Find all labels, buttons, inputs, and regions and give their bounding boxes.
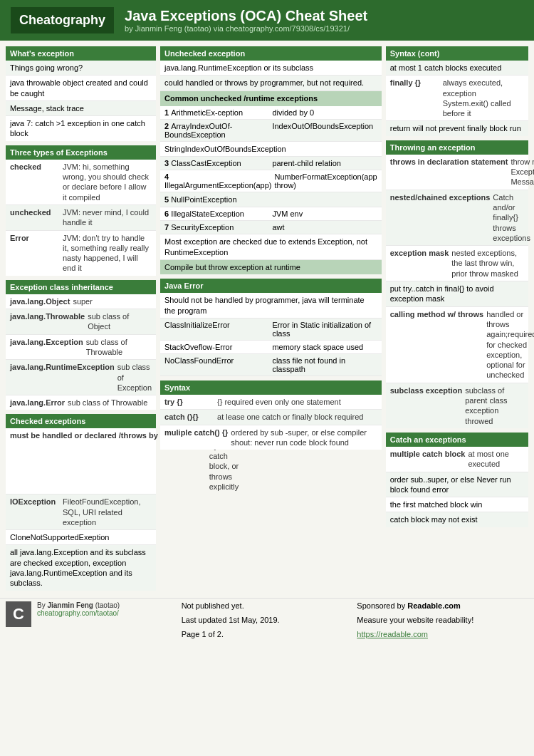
syntax-cont-content: at most 1 catch blocks executed finally … bbox=[386, 61, 528, 136]
list-item: muliple catch() {} ordered by sub -super… bbox=[160, 425, 382, 450]
three-types-content: checked JVM: hi, something wrong, you sh… bbox=[6, 160, 156, 276]
unchecked-content: java.lang.RuntimeException or its subcla… bbox=[160, 61, 382, 274]
list-item: exception mask nested exceptions, the la… bbox=[386, 246, 528, 281]
checked-content: must be handled or declared /throws by p… bbox=[6, 428, 156, 590]
logo-text: Cheatography bbox=[19, 13, 105, 27]
list-item: calling method w/ throws handled or thro… bbox=[386, 307, 528, 383]
list-item: finally {} always executed, exception Sy… bbox=[386, 76, 528, 121]
list-item: 6 IllegalStateExceptionJVM env bbox=[160, 207, 382, 221]
java-error-header: Java Error bbox=[160, 279, 382, 293]
list-item: could handled or throws by programmer, b… bbox=[160, 76, 382, 90]
footer-initial: C bbox=[6, 601, 31, 627]
list-item: 1 ArithmeticEx-ceptiondivided by 0 bbox=[160, 106, 382, 120]
list-item: 2 ArrayIndexOutOf-BoundsExceptionIndexOu… bbox=[160, 120, 382, 142]
list-item: 3 ClassCastExceptionparent-child relatio… bbox=[160, 157, 382, 170]
syntax-content: try {} {} required even only one stateme… bbox=[160, 395, 382, 450]
list-item: 7 SecurityExceptionawt bbox=[160, 221, 382, 234]
list-item: Common unchecked /runtime exceptions bbox=[160, 91, 382, 106]
list-item: java.lang.Error sub class of Throwable bbox=[6, 395, 156, 410]
list-item: unchecked JVM: never mind, I could handl… bbox=[6, 205, 156, 231]
list-item: java.lang.RuntimeException sub class of … bbox=[6, 360, 156, 395]
list-item: all java.lang.Exception and its subclass… bbox=[6, 545, 156, 590]
whats-exception-header: What's exception bbox=[6, 46, 156, 61]
footer-left: C By Jianmin Feng (taotao) cheatography.… bbox=[6, 601, 177, 638]
list-item: catch (){} at lease one catch or finally… bbox=[160, 410, 382, 425]
list-item: return will not prevent finally block ru… bbox=[386, 121, 528, 135]
checked-header: Checked exceptions bbox=[6, 414, 156, 428]
syntax-header: Syntax bbox=[160, 380, 382, 395]
list-item: java throwable object created and could … bbox=[6, 76, 156, 101]
catch-header: Catch an exceptions bbox=[386, 433, 528, 447]
footer-right: Sponsored by Readable.com Measure your w… bbox=[357, 601, 528, 638]
logo: Cheatography bbox=[11, 7, 114, 33]
list-item: java.lang.Exception sub class of Throwab… bbox=[6, 335, 156, 361]
readable-link[interactable]: https://readable.com bbox=[357, 630, 428, 638]
list-item: 4 IllegalArgumentException(app)NumberFor… bbox=[160, 170, 382, 192]
list-item: java.lang.RuntimeException or its subcla… bbox=[160, 61, 382, 76]
inheritance-content: java.lang.Object super java.lang.Throwab… bbox=[6, 294, 156, 410]
list-item: subclass exception subclass of parent cl… bbox=[386, 383, 528, 428]
list-item: put try..catch in final{} to avoid excep… bbox=[386, 281, 528, 307]
list-item: Compile but throw exception at runtime bbox=[160, 260, 382, 274]
list-item: IOException FileotFoundException, SQL, U… bbox=[6, 494, 156, 530]
list-item: java.lang.Object super bbox=[6, 294, 156, 309]
unchecked-header: Unchecked exception bbox=[160, 46, 382, 61]
list-item: Should not be handled by programmer, jav… bbox=[160, 293, 382, 319]
list-item: multiple catch block at most one execute… bbox=[386, 447, 528, 472]
list-item: must be handled or declared /throws by p… bbox=[6, 428, 156, 494]
throwing-header: Throwing an exception bbox=[386, 140, 528, 155]
list-item: StackOveflow-Error memory stack space us… bbox=[160, 341, 382, 354]
list-item: checked JVM: hi, something wrong, you sh… bbox=[6, 160, 156, 205]
subtitle: by Jianmin Feng (taotao) via cheatograph… bbox=[125, 24, 367, 33]
list-item: try {} {} required even only one stateme… bbox=[160, 395, 382, 410]
list-item: at most 1 catch blocks executed bbox=[386, 61, 528, 76]
list-item: catch block may not exist bbox=[386, 512, 528, 527]
list-item: 5 NullPointException bbox=[160, 192, 382, 207]
inheritance-header: Exception class inheritance bbox=[6, 280, 156, 294]
catch-content: multiple catch block at most one execute… bbox=[386, 447, 528, 527]
column-1: What's exception Things going wrong? jav… bbox=[6, 46, 156, 591]
list-item: throws in declaration statement throw ne… bbox=[386, 155, 528, 190]
whats-exception-content: Things going wrong? java throwable objec… bbox=[6, 61, 156, 141]
list-item: order sub..super, or else Never run bloc… bbox=[386, 472, 528, 498]
list-item: StringIndexOutOfBoundsException bbox=[160, 142, 382, 157]
list-item: NoClassFoundError class file not found i… bbox=[160, 354, 382, 376]
list-item: ClassInitializeError Error in Static ini… bbox=[160, 319, 382, 341]
footer-author: By Jianmin Feng (taotao) cheatography.co… bbox=[37, 601, 120, 617]
page-footer: C By Jianmin Feng (taotao) cheatography.… bbox=[0, 598, 534, 644]
throwing-content: throws in declaration statement throw ne… bbox=[386, 155, 528, 428]
page-title: Java Exceptions (OCA) Cheat Sheet bbox=[125, 8, 367, 24]
list-item: nested/chained exceptions Catch and/or f… bbox=[386, 190, 528, 246]
header-text: Java Exceptions (OCA) Cheat Sheet by Jia… bbox=[125, 8, 367, 33]
three-types-header: Three types of Exceptions bbox=[6, 145, 156, 160]
footer-middle: Not published yet. Last updated 1st May,… bbox=[182, 601, 353, 638]
list-item: Most exception are checked due to extend… bbox=[160, 234, 382, 260]
list-item: CloneNotSupportedExeption bbox=[6, 530, 156, 545]
java-error-content: Should not be handled by programmer, jav… bbox=[160, 293, 382, 376]
list-item: the first matched block win bbox=[386, 497, 528, 512]
list-item: Error JVM: don't try to handle it, somet… bbox=[6, 231, 156, 276]
list-item: Things going wrong? bbox=[6, 61, 156, 76]
main-content: What's exception Things going wrong? jav… bbox=[0, 41, 534, 596]
column-2: Unchecked exception java.lang.RuntimeExc… bbox=[160, 46, 382, 591]
list-item: java.lang.Throwable sub class of Object bbox=[6, 309, 156, 335]
list-item: Message, stack trace bbox=[6, 101, 156, 116]
column-3: Syntax (cont) at most 1 catch blocks exe… bbox=[386, 46, 528, 591]
list-item: java 7: catch >1 exception in one catch … bbox=[6, 116, 156, 141]
syntax-cont-header: Syntax (cont) bbox=[386, 46, 528, 61]
page-header: Cheatography Java Exceptions (OCA) Cheat… bbox=[0, 0, 534, 41]
